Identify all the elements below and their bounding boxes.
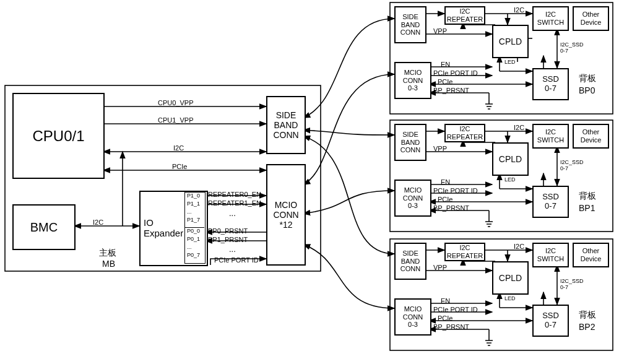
bp0-sig-i2cssd: I2C_SSD 0-7 <box>560 42 584 54</box>
port-p0-1: P0_1 <box>187 236 200 243</box>
sig-rep1-en: REPEATER1_EN <box>208 199 261 207</box>
bmc-block: BMC <box>12 204 76 250</box>
port-p1-dots: ... <box>187 209 192 215</box>
sig-cpu0-vpp: CPU0_VPP <box>158 99 193 106</box>
sig-bp0-prsnt: BP0_PRSNT <box>208 227 248 235</box>
bp0-sig-en: EN <box>441 61 450 68</box>
bp0-other-device: Other Device <box>573 6 609 31</box>
bp0-sig-pcieportid: PCIe PORT ID <box>433 69 478 77</box>
bp2-sig-pcie: PCIe <box>438 314 452 322</box>
bp1-cpld: CPLD <box>492 142 529 176</box>
bp1-label-zh: 背板 <box>579 191 596 202</box>
bp0-mcio: MCIO CONN 0-3 <box>394 62 431 99</box>
sig-pcie: PCIe <box>172 163 187 170</box>
bp0-sig-bpprsnt: BP_PRSNT <box>433 87 469 94</box>
cpu-block: CPU0/1 <box>12 93 105 179</box>
bp0-ssd: SSD 0-7 <box>532 68 569 100</box>
bp0-sig-vpp: VPP <box>433 27 447 35</box>
bp1-other-device: Other Device <box>573 124 609 149</box>
bp2-mcio: MCIO CONN 0-3 <box>394 298 431 336</box>
sig-cpu1-vpp: CPU1_VPP <box>158 116 193 124</box>
bp1-sig-pcie: PCIe <box>438 196 452 203</box>
bp2-i2c-repeater: I2C REPEATER <box>444 243 485 261</box>
bp2-i2c-switch: I2C SWITCH <box>532 243 569 267</box>
bp1-i2c-repeater: I2C REPEATER <box>444 124 485 142</box>
bp0-i2c-switch: I2C SWITCH <box>532 6 569 31</box>
bp1-ssd: SSD 0-7 <box>532 186 569 218</box>
bp2-sig-i2cssd: I2C_SSD 0-7 <box>560 279 584 291</box>
bp0-sig-i2c: I2C <box>514 6 524 14</box>
bp2-label-zh: 背板 <box>579 310 596 321</box>
bp0-sig-led: LED <box>504 59 516 66</box>
sig-dots2: ... <box>229 245 236 254</box>
sig-bp1-prsnt: BP1_PRSNT <box>208 236 248 243</box>
bp1-id: BP1 <box>579 203 595 213</box>
sig-rep0-en: REPEATER0_EN <box>208 191 261 198</box>
mb-label-zh: 主板 <box>99 248 116 259</box>
bp0-sig-pcie: PCIe <box>438 78 452 85</box>
bp2-sig-en: EN <box>441 297 450 305</box>
bp2-id: BP2 <box>579 322 595 332</box>
port-p0-0: P0_0 <box>187 228 200 235</box>
port-p1-7: P1_7 <box>187 217 200 223</box>
mb-mcio-conn: MCIO CONN *12 <box>266 164 306 266</box>
bp2-sig-i2c: I2C <box>514 243 524 250</box>
bp1-mcio: MCIO CONN 0-3 <box>394 180 431 217</box>
bp0-sideband: SIDE BAND CONN <box>394 6 426 43</box>
io-expander-label: IO Expander <box>144 218 183 238</box>
mb-label-en: MB <box>102 259 115 269</box>
bp0-id: BP0 <box>579 85 595 95</box>
bp2-sig-led: LED <box>504 296 516 302</box>
bp2-ssd: SSD 0-7 <box>532 305 569 337</box>
bp1-sig-i2c: I2C <box>514 124 524 131</box>
bp1-sig-en: EN <box>441 178 450 186</box>
bp1-sideband: SIDE BAND CONN <box>394 124 426 161</box>
bp2-sig-vpp: VPP <box>433 264 447 271</box>
port-p1-0: P1_0 <box>187 193 200 199</box>
bp0-i2c-repeater: I2C REPEATER <box>444 6 485 25</box>
sig-i2c-bmc: I2C <box>93 219 103 226</box>
bp2-other-device: Other Device <box>573 243 609 267</box>
bp1-i2c-switch: I2C SWITCH <box>532 124 569 149</box>
port-p0-dots: ... <box>187 245 192 251</box>
sig-pcie-port-id: PCIe PORT ID <box>214 256 259 264</box>
port-p1-1: P1_1 <box>187 201 200 207</box>
bp2-sig-bpprsnt: BP_PRSNT <box>433 323 469 331</box>
bp0-label-zh: 背板 <box>579 73 596 84</box>
bp2-sideband: SIDE BAND CONN <box>394 243 426 280</box>
bp1-sig-pcieportid: PCIe PORT ID <box>433 187 478 194</box>
mb-sideband-conn: SIDE BAND CONN <box>266 96 306 154</box>
bp2-cpld: CPLD <box>492 261 529 295</box>
sig-dots: ... <box>229 209 236 218</box>
bp1-sig-vpp: VPP <box>433 145 447 152</box>
port-p0-7: P0_7 <box>187 253 200 259</box>
bp1-sig-i2cssd: I2C_SSD 0-7 <box>560 160 584 172</box>
bp1-sig-led: LED <box>504 177 516 183</box>
sig-i2c: I2C <box>173 144 184 152</box>
bp2-sig-pcieportid: PCIe PORT ID <box>433 306 478 313</box>
bp0-cpld: CPLD <box>492 25 529 58</box>
bp1-sig-bpprsnt: BP_PRSNT <box>433 204 469 212</box>
